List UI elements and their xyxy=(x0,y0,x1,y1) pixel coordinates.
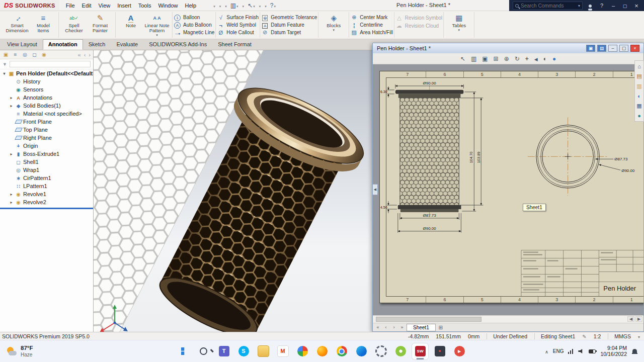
ribbon-small-button[interactable]: Balloon xyxy=(174,14,214,21)
ribbon-small-button[interactable]: Hole Callout xyxy=(217,29,259,36)
taskbar-app-button[interactable] xyxy=(431,343,448,360)
dimxpert-manager-tab-icon[interactable] xyxy=(31,52,38,57)
toolbar-icon[interactable] xyxy=(259,2,261,9)
next-sheet-icon[interactable]: › xyxy=(390,325,397,330)
search-box[interactable]: ▾ xyxy=(513,2,583,10)
view-tool-icon[interactable] xyxy=(471,55,476,62)
menu-item[interactable]: Help xyxy=(182,1,200,10)
task-pane-icon[interactable] xyxy=(637,63,641,69)
notification-bell-icon[interactable] xyxy=(631,348,638,354)
drawing-sheet[interactable]: 7654321 7654321 xyxy=(379,71,643,303)
window-minimize-button[interactable]: – xyxy=(608,45,617,52)
property-manager-tab-icon[interactable] xyxy=(12,52,19,57)
tree-item[interactable]: Boss-Extrude1 xyxy=(0,150,93,158)
command-tab[interactable]: SOLIDWORKS Add-Ins xyxy=(143,39,212,50)
taskbar-app-button[interactable] xyxy=(235,343,252,360)
taskbar-app-button[interactable] xyxy=(353,343,370,360)
display-pane-splitter[interactable] xyxy=(0,208,93,209)
tree-item[interactable]: Origin xyxy=(0,142,93,150)
scrollbar-thumb[interactable] xyxy=(376,317,481,322)
tree-item[interactable]: History xyxy=(0,77,93,85)
tree-item[interactable]: Wrap1 xyxy=(0,166,93,174)
prev-sheet-icon[interactable]: ‹ xyxy=(382,325,389,330)
minimize-button[interactable] xyxy=(609,3,617,9)
close-button[interactable] xyxy=(632,2,640,10)
menu-item[interactable]: Insert xyxy=(114,1,135,10)
front-view[interactable] xyxy=(395,85,463,219)
tree-item[interactable]: Annotations xyxy=(0,94,93,102)
menu-item[interactable]: Edit xyxy=(78,1,95,10)
taskbar-app-button[interactable] xyxy=(313,343,331,360)
task-pane-icon[interactable] xyxy=(636,103,641,109)
horizontal-scrollbar[interactable]: ◀ ▶ xyxy=(373,315,643,323)
ribbon-small-button[interactable]: Auto Balloon xyxy=(174,21,214,29)
view-tool-icon[interactable] xyxy=(525,55,529,62)
note-button[interactable]: Note xyxy=(118,12,144,38)
filter-funnel-icon[interactable]: ▼ xyxy=(3,62,7,67)
drawing-window-titlebar[interactable]: Pen Holder - Sheet1 * ▣ ▤ – ▢ × xyxy=(373,43,643,53)
taskbar-app-button[interactable] xyxy=(333,343,350,360)
ribbon-small-button[interactable]: Datum Target xyxy=(261,29,317,36)
ribbon-small-button[interactable]: Surface Finish xyxy=(217,14,259,21)
command-tab[interactable]: Evaluate xyxy=(111,39,143,50)
toolbar-icon[interactable] xyxy=(264,2,267,9)
status-scale[interactable]: 1:2 xyxy=(594,333,601,339)
tree-item[interactable]: Right Plane xyxy=(0,134,93,142)
add-sheet-icon[interactable]: ⊞ xyxy=(437,325,445,330)
tree-item[interactable]: Shell1 xyxy=(0,158,93,166)
tree-filter-input[interactable] xyxy=(10,61,91,67)
tree-item[interactable]: Revolve2 xyxy=(0,198,93,206)
taskbar-app-button[interactable] xyxy=(196,343,213,360)
panel-collapse-arrow[interactable]: ◀ xyxy=(373,184,378,195)
drawing-canvas[interactable]: ◀ 7654321 7654321 xyxy=(373,64,643,315)
expand-arrow-icon[interactable] xyxy=(9,200,14,205)
chevron-left-icon[interactable]: ‹ xyxy=(84,52,86,58)
toolbar-icon[interactable] xyxy=(219,2,221,9)
command-tab[interactable]: Sketch xyxy=(83,39,111,50)
ribbon-small-button[interactable]: Centerline xyxy=(350,21,393,29)
chevron-down-icon[interactable]: ▾ xyxy=(578,4,580,8)
view-tool-icon[interactable] xyxy=(534,55,538,62)
expand-arrow-icon[interactable] xyxy=(9,192,14,197)
toolbar-icon[interactable] xyxy=(213,2,215,9)
taskbar-app-button[interactable] xyxy=(451,343,468,360)
first-sheet-icon[interactable]: « xyxy=(374,325,381,330)
help-icon[interactable] xyxy=(598,3,606,9)
blocks-button[interactable]: Blocks xyxy=(320,12,347,38)
feature-tree-tab-icon[interactable] xyxy=(3,52,9,57)
sheet-tab[interactable]: Sheet1 xyxy=(407,324,436,331)
clock-widget[interactable]: 9:04 PM 10/16/2022 xyxy=(600,345,627,357)
menu-item[interactable]: Window xyxy=(154,1,181,10)
toolbar-icon[interactable] xyxy=(224,2,227,9)
search-input[interactable] xyxy=(521,3,576,9)
ribbon-small-button[interactable]: Geometric Tolerance xyxy=(261,14,317,21)
tray-chevron-up-icon[interactable] xyxy=(545,348,548,354)
taskbar-app-button[interactable] xyxy=(255,343,272,360)
task-pane-icon[interactable] xyxy=(636,83,641,89)
view-tool-icon[interactable] xyxy=(543,55,547,62)
smart-dimension-button[interactable]: Smart Dimension xyxy=(4,12,30,38)
command-tab[interactable]: Annotation xyxy=(43,39,83,50)
spell-checker-button[interactable]: Spell Checker xyxy=(61,12,87,38)
top-view[interactable] xyxy=(528,118,608,196)
taskbar-app-button[interactable] xyxy=(176,343,193,360)
tree-item[interactable]: Material <not specified> xyxy=(0,110,93,118)
view-tool-icon[interactable] xyxy=(515,55,520,62)
toolbar-icon[interactable] xyxy=(242,2,245,9)
last-sheet-icon[interactable]: » xyxy=(398,325,406,330)
toolbar-icon[interactable] xyxy=(248,2,255,9)
ribbon-small-button[interactable]: Area Hatch/Fill xyxy=(350,29,393,36)
ribbon-small-button[interactable]: Datum Feature xyxy=(261,21,317,29)
taskbar-app-button[interactable] xyxy=(274,343,291,360)
configuration-manager-tab-icon[interactable] xyxy=(22,52,28,57)
ribbon-small-button[interactable]: Center Mark xyxy=(350,14,393,21)
units-dropdown-icon[interactable] xyxy=(638,333,640,339)
format-painter-button[interactable]: Format Painter xyxy=(87,12,113,38)
weather-widget[interactable]: 87°F Haze xyxy=(0,345,39,358)
menu-item[interactable]: View xyxy=(95,1,114,10)
toolbar-icon[interactable] xyxy=(230,2,238,9)
scroll-left-icon[interactable]: ◀ xyxy=(627,316,634,322)
toolbar-icon[interactable] xyxy=(270,2,276,9)
view-tool-icon[interactable] xyxy=(504,55,509,62)
wifi-icon[interactable] xyxy=(568,348,574,354)
